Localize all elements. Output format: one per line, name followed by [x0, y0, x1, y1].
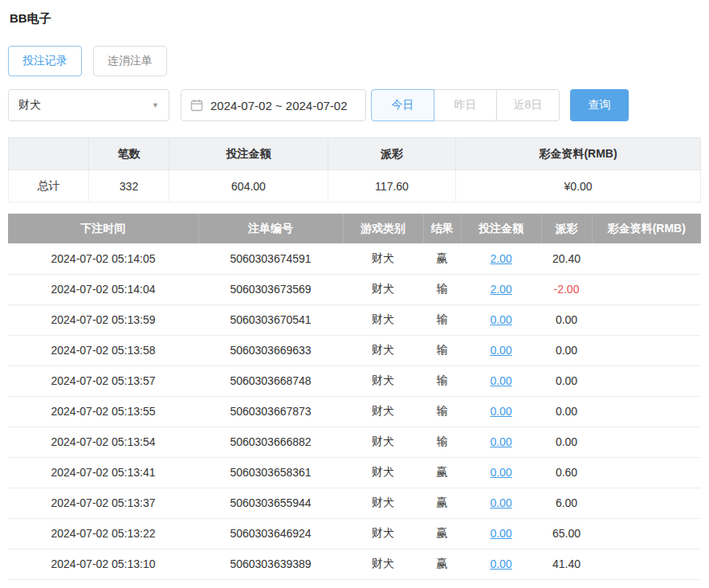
- bonus-cell: [592, 274, 701, 304]
- bet-amount-link[interactable]: 2.00: [461, 243, 541, 274]
- payout-cell: 0.00: [541, 365, 592, 396]
- result-cell: 输: [423, 427, 461, 457]
- game-type-cell: 财犬: [343, 488, 423, 518]
- bonus-cell: [592, 488, 701, 518]
- payout-cell: 0.00: [541, 579, 592, 588]
- payout-cell: -2.00: [541, 274, 592, 304]
- tab-bar: 投注记录 连消注单: [8, 46, 701, 76]
- bet-time-cell: 2024-07-02 05:13:09: [8, 579, 198, 588]
- bet-table: 下注时间 注单编号 游戏类别 结果 投注金额 派彩 彩金资料(RMB) 2024…: [8, 214, 701, 588]
- summary-header-count: 笔数: [89, 138, 169, 170]
- payout-cell: 0.00: [541, 335, 592, 365]
- tab-cancelled-orders[interactable]: 连消注单: [93, 46, 167, 76]
- filter-row: 财犬 ▼ 2024-07-02 ~ 2024-07-02 今日 昨日 近8日 查…: [8, 89, 701, 121]
- table-row: 2024-07-02 05:14:055060303674591财犬赢2.002…: [8, 243, 701, 274]
- bonus-cell: [592, 579, 701, 588]
- game-type-cell: 财犬: [343, 304, 423, 335]
- bet-amount-link[interactable]: 0.00: [461, 396, 541, 427]
- order-id-cell: 5060303670541: [198, 304, 343, 335]
- game-type-cell: 财犬: [343, 518, 423, 549]
- bet-amount-link[interactable]: 0.00: [461, 518, 541, 549]
- bet-time-cell: 2024-07-02 05:13:58: [8, 335, 198, 365]
- bet-time-cell: 2024-07-02 05:13:57: [8, 365, 198, 396]
- result-cell: 赢: [423, 457, 461, 488]
- game-type-cell: 财犬: [343, 579, 423, 588]
- header-game-type: 游戏类别: [343, 214, 423, 243]
- bet-records-page: BB电子 投注记录 连消注单 财犬 ▼ 2024-07-02 ~ 2024-07…: [0, 0, 709, 588]
- bet-amount-link[interactable]: 0.00: [461, 304, 541, 335]
- bonus-cell: [592, 427, 701, 457]
- quick-filter-group: 今日 昨日 近8日: [371, 89, 560, 121]
- bet-amount-link[interactable]: 0.00: [461, 488, 541, 518]
- game-select[interactable]: 财犬 ▼: [8, 89, 169, 121]
- header-bonus: 彩金资料(RMB): [592, 214, 701, 243]
- summary-header-bonus: 彩金资料(RMB): [456, 138, 701, 170]
- bonus-cell: [592, 396, 701, 427]
- table-row: 2024-07-02 05:13:555060303667873财犬输0.000…: [8, 396, 701, 427]
- bonus-cell: [592, 518, 701, 549]
- bet-amount-link[interactable]: 2.00: [461, 274, 541, 304]
- bet-time-cell: 2024-07-02 05:13:55: [8, 396, 198, 427]
- search-button[interactable]: 查询: [570, 89, 629, 121]
- bet-time-cell: 2024-07-02 05:13:37: [8, 488, 198, 518]
- header-order-id: 注单编号: [198, 214, 343, 243]
- result-cell: 赢: [423, 549, 461, 579]
- bet-amount-link[interactable]: 0.00: [461, 427, 541, 457]
- bonus-cell: [592, 335, 701, 365]
- payout-cell: 41.40: [541, 549, 592, 579]
- bet-amount-link[interactable]: 0.00: [461, 549, 541, 579]
- bet-amount-link[interactable]: 0.00: [461, 579, 541, 588]
- page-title: BB电子: [8, 0, 701, 27]
- date-range-input[interactable]: 2024-07-02 ~ 2024-07-02: [181, 89, 366, 121]
- chevron-down-icon: ▼: [152, 101, 159, 109]
- game-type-cell: 财犬: [343, 549, 423, 579]
- bet-amount-link[interactable]: 0.00: [461, 335, 541, 365]
- bonus-cell: [592, 304, 701, 335]
- table-row: 2024-07-02 05:13:415060303658361财犬赢0.000…: [8, 457, 701, 488]
- tab-bet-records[interactable]: 投注记录: [8, 46, 82, 76]
- total-count-cell: 332: [89, 170, 169, 202]
- order-id-cell: 5060303673569: [198, 274, 343, 304]
- bet-time-cell: 2024-07-02 05:13:59: [8, 304, 198, 335]
- result-cell: 输: [423, 579, 461, 588]
- bet-amount-link[interactable]: 0.00: [461, 365, 541, 396]
- payout-cell: 0.00: [541, 396, 592, 427]
- bonus-cell: [592, 365, 701, 396]
- bet-amount-link[interactable]: 0.00: [461, 457, 541, 488]
- game-type-cell: 财犬: [343, 396, 423, 427]
- game-type-cell: 财犬: [343, 365, 423, 396]
- order-id-cell: 5060303646924: [198, 518, 343, 549]
- result-cell: 输: [423, 365, 461, 396]
- header-result: 结果: [423, 214, 461, 243]
- bet-time-cell: 2024-07-02 05:14:05: [8, 243, 198, 274]
- result-cell: 输: [423, 304, 461, 335]
- summary-total-row: 总计 332 604.00 117.60 ¥0.00: [9, 170, 701, 202]
- game-type-cell: 财犬: [343, 427, 423, 457]
- result-cell: 输: [423, 274, 461, 304]
- quick-filter-yesterday[interactable]: 昨日: [434, 89, 497, 121]
- table-row: 2024-07-02 05:13:575060303668748财犬输0.000…: [8, 365, 701, 396]
- order-id-cell: 5060303639389: [198, 549, 343, 579]
- summary-table: 笔数 投注金额 派彩 彩金资料(RMB) 总计 332 604.00 117.6…: [8, 137, 701, 202]
- total-label-cell: 总计: [9, 170, 89, 202]
- order-id-cell: 5060303666882: [198, 427, 343, 457]
- quick-filter-today[interactable]: 今日: [371, 89, 434, 121]
- bet-time-cell: 2024-07-02 05:13:41: [8, 457, 198, 488]
- payout-cell: 65.00: [541, 518, 592, 549]
- result-cell: 赢: [423, 243, 461, 274]
- table-row: 2024-07-02 05:14:045060303673569财犬输2.00-…: [8, 274, 701, 304]
- result-cell: 赢: [423, 488, 461, 518]
- summary-header-row: 笔数 投注金额 派彩 彩金资料(RMB): [9, 138, 701, 170]
- calendar-icon: [190, 99, 203, 112]
- summary-header-bet: 投注金额: [169, 138, 328, 170]
- summary-header-payout: 派彩: [328, 138, 456, 170]
- bonus-cell: [592, 549, 701, 579]
- result-cell: 赢: [423, 518, 461, 549]
- order-id-cell: 5060303638568: [198, 579, 343, 588]
- quick-filter-last-8-days[interactable]: 近8日: [496, 89, 560, 121]
- payout-cell: 0.60: [541, 457, 592, 488]
- header-bet-time: 下注时间: [8, 214, 198, 243]
- table-row: 2024-07-02 05:13:585060303669633财犬输0.000…: [8, 335, 701, 365]
- game-type-cell: 财犬: [343, 457, 423, 488]
- result-cell: 输: [423, 396, 461, 427]
